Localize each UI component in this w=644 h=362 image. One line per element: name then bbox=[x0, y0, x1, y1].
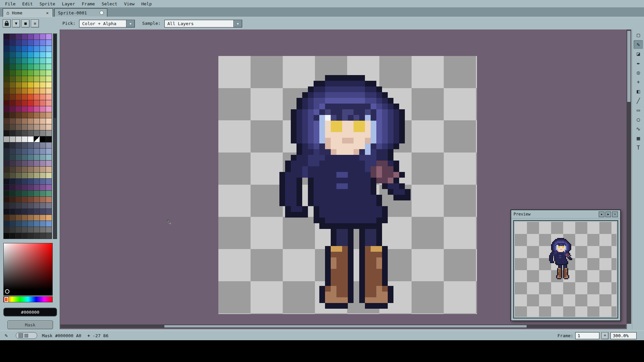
palette-swatch[interactable] bbox=[4, 82, 9, 88]
palette-swatch[interactable] bbox=[40, 142, 46, 148]
palette-swatch[interactable] bbox=[16, 64, 21, 70]
palette-swatch[interactable] bbox=[16, 155, 21, 160]
palette-swatch[interactable] bbox=[46, 46, 52, 52]
palette-swatch[interactable] bbox=[40, 161, 46, 166]
palette-swatch[interactable] bbox=[10, 82, 15, 88]
palette-swatch[interactable] bbox=[34, 58, 40, 64]
sample-combo-arrow-button[interactable]: ▼ bbox=[233, 20, 242, 27]
menu-file[interactable]: File bbox=[2, 1, 18, 7]
palette-swatch[interactable] bbox=[40, 46, 46, 52]
palette-swatch[interactable] bbox=[28, 70, 34, 76]
palette-swatch[interactable] bbox=[4, 215, 9, 221]
palette-swatch[interactable] bbox=[40, 64, 46, 70]
palette-swatch[interactable] bbox=[10, 100, 15, 106]
palette-swatch[interactable] bbox=[40, 52, 46, 58]
palette-swatch[interactable] bbox=[4, 179, 9, 184]
palette-swatch[interactable] bbox=[40, 88, 46, 94]
palette-swatch[interactable] bbox=[28, 142, 34, 148]
palette-swatch[interactable] bbox=[34, 100, 40, 106]
palette-swatch[interactable] bbox=[22, 161, 28, 166]
palette-swatch[interactable] bbox=[28, 94, 34, 100]
palette-swatch[interactable] bbox=[34, 191, 40, 196]
palette-swatch[interactable] bbox=[16, 40, 21, 46]
palette-swatch[interactable] bbox=[46, 155, 52, 160]
palette-swatch[interactable] bbox=[22, 106, 28, 112]
palette-swatch[interactable] bbox=[34, 88, 40, 94]
palette-swatch[interactable] bbox=[16, 142, 21, 148]
palette-swatch[interactable] bbox=[34, 112, 40, 118]
palette-swatch[interactable] bbox=[40, 100, 46, 106]
palette-swatch[interactable] bbox=[10, 94, 15, 100]
palette-swatch[interactable] bbox=[46, 197, 52, 202]
palette-options-button[interactable]: ≡ bbox=[31, 19, 39, 27]
palette-swatch[interactable] bbox=[46, 112, 52, 118]
palette-swatch[interactable] bbox=[4, 118, 9, 124]
palette-swatch[interactable] bbox=[10, 203, 15, 208]
palette-swatch[interactable] bbox=[4, 88, 9, 94]
palette-swatch[interactable] bbox=[28, 112, 34, 118]
palette-swatch[interactable] bbox=[40, 34, 46, 40]
palette-swatch[interactable] bbox=[40, 112, 46, 118]
palette-swatch[interactable] bbox=[40, 94, 46, 100]
palette-swatch[interactable] bbox=[28, 52, 34, 58]
palette-swatch[interactable] bbox=[28, 76, 34, 82]
tab-home[interactable]: ⌂ Home × bbox=[3, 8, 53, 17]
palette-swatch[interactable] bbox=[40, 155, 46, 160]
palette-swatch[interactable] bbox=[28, 167, 34, 172]
palette-swatch[interactable] bbox=[34, 148, 40, 154]
palette-swatch[interactable] bbox=[46, 173, 52, 178]
palette-swatch[interactable] bbox=[16, 167, 21, 172]
palette-swatch[interactable] bbox=[46, 227, 52, 233]
palette-swatch[interactable] bbox=[4, 94, 9, 100]
palette-swatch[interactable] bbox=[28, 155, 34, 160]
palette-swatch[interactable] bbox=[46, 161, 52, 166]
palette-swatch[interactable] bbox=[34, 215, 40, 221]
eraser-tool[interactable]: ◪ bbox=[634, 50, 643, 58]
palette-swatch[interactable] bbox=[10, 179, 15, 184]
preview-titlebar[interactable]: Preview ▪▶× bbox=[511, 210, 620, 219]
palette-swatch[interactable] bbox=[22, 130, 28, 136]
palette-swatch[interactable] bbox=[40, 221, 46, 227]
palette-swatch[interactable] bbox=[10, 130, 15, 136]
palette-swatch[interactable] bbox=[46, 179, 52, 184]
palette-swatch[interactable] bbox=[4, 142, 9, 148]
palette-swatch[interactable] bbox=[28, 130, 34, 136]
move-tool[interactable]: + bbox=[634, 78, 643, 86]
palette-swatch[interactable] bbox=[10, 34, 15, 40]
palette-swatch[interactable] bbox=[34, 167, 40, 172]
pencil-tool[interactable]: ✎ bbox=[634, 40, 643, 49]
palette-swatch[interactable] bbox=[34, 142, 40, 148]
palette-swatch[interactable] bbox=[34, 64, 40, 70]
frame-number-input[interactable] bbox=[575, 332, 599, 339]
palette-swatch[interactable] bbox=[22, 215, 28, 221]
palette-swatch[interactable] bbox=[16, 112, 21, 118]
palette-swatch[interactable] bbox=[34, 40, 40, 46]
palette-swatch[interactable] bbox=[46, 40, 52, 46]
palette-swatch[interactable] bbox=[46, 167, 52, 172]
palette-swatch[interactable] bbox=[46, 130, 52, 136]
palette-swatch[interactable] bbox=[10, 215, 15, 221]
palette-sort-button[interactable]: ▼ bbox=[12, 19, 20, 27]
palette-swatch[interactable] bbox=[46, 203, 52, 208]
palette-swatch[interactable] bbox=[34, 124, 40, 130]
palette-swatch[interactable] bbox=[4, 161, 9, 166]
palette-swatch[interactable] bbox=[4, 34, 9, 40]
palette-swatch[interactable] bbox=[16, 124, 21, 130]
palette-swatch[interactable] bbox=[28, 233, 34, 239]
palette-swatch[interactable] bbox=[28, 185, 34, 190]
palette-swatch[interactable] bbox=[16, 227, 21, 233]
palette-swatch[interactable] bbox=[28, 173, 34, 178]
sprite-canvas-background[interactable] bbox=[218, 56, 477, 314]
palette-swatch[interactable] bbox=[16, 209, 21, 215]
palette-swatch[interactable] bbox=[22, 209, 28, 215]
palette-swatch[interactable] bbox=[10, 233, 15, 239]
palette-swatch[interactable] bbox=[46, 215, 52, 221]
menu-view[interactable]: View bbox=[121, 1, 138, 7]
palette-swatch[interactable] bbox=[22, 155, 28, 160]
palette-swatch[interactable] bbox=[40, 76, 46, 82]
palette-swatch[interactable] bbox=[22, 100, 28, 106]
palette-swatch[interactable] bbox=[10, 118, 15, 124]
palette-swatch[interactable] bbox=[34, 130, 40, 136]
palette-swatch[interactable] bbox=[22, 88, 28, 94]
color-picker-area[interactable] bbox=[3, 243, 53, 296]
